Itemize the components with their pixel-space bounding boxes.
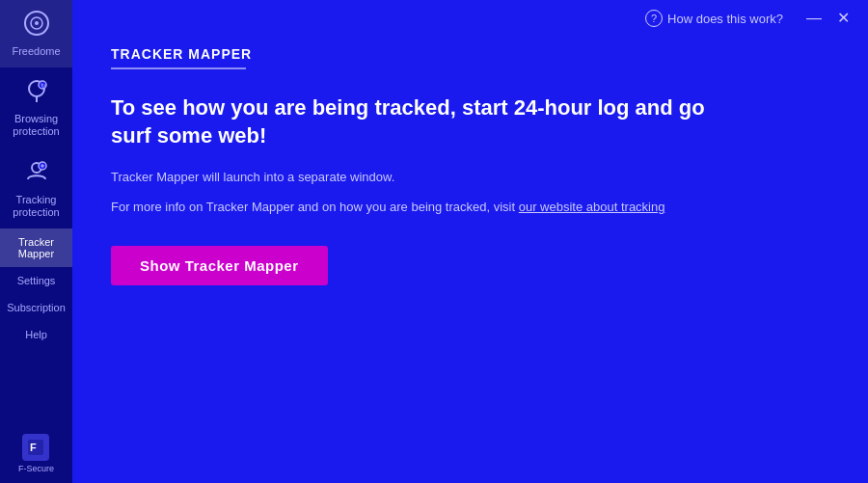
page-title: TRACKER MAPPER xyxy=(111,46,829,62)
show-tracker-mapper-button[interactable]: Show Tracker Mapper xyxy=(111,246,328,285)
close-button[interactable]: ✕ xyxy=(833,11,854,26)
fsecure-logo: F F-Secure xyxy=(18,434,54,473)
sidebar-item-help-label: Help xyxy=(25,329,47,340)
sidebar-item-settings-label: Settings xyxy=(17,275,56,286)
sidebar-item-browsing-label: Browsing protection xyxy=(5,113,68,138)
svg-text:↻: ↻ xyxy=(40,83,44,89)
title-underline xyxy=(111,67,246,69)
sidebar-item-freedome[interactable]: Freedome xyxy=(0,0,72,67)
top-bar: ? How does this work? — ✕ xyxy=(72,0,868,37)
sidebar-item-subscription-label: Subscription xyxy=(7,302,66,313)
sidebar-item-settings[interactable]: Settings xyxy=(0,267,72,294)
help-link[interactable]: ? How does this work? xyxy=(645,10,783,27)
sidebar-item-browsing-protection[interactable]: ↻ Browsing protection xyxy=(0,67,72,148)
main-content: ? How does this work? — ✕ TRACKER MAPPER… xyxy=(72,0,868,483)
sidebar-item-tracker-mapper[interactable]: Tracker Mapper xyxy=(0,228,72,267)
main-heading: To see how you are being tracked, start … xyxy=(111,94,709,150)
svg-text:F: F xyxy=(30,442,37,453)
help-link-text: How does this work? xyxy=(667,12,783,26)
fsecure-logo-label: F-Secure xyxy=(18,464,54,473)
fsecure-logo-icon: F xyxy=(22,434,49,461)
tracking-website-link[interactable]: our website about tracking xyxy=(519,200,665,214)
sidebar-item-tracker-mapper-label: Tracker Mapper xyxy=(5,236,68,259)
content-area: TRACKER MAPPER To see how you are being … xyxy=(72,37,868,483)
sidebar-item-freedome-label: Freedome xyxy=(12,45,60,58)
freedome-icon xyxy=(23,10,50,41)
minimize-button[interactable]: — xyxy=(802,11,826,26)
sidebar-item-tracking-label: Tracking protection xyxy=(5,194,68,219)
svg-point-2 xyxy=(35,21,39,25)
description-text: Tracker Mapper will launch into a separa… xyxy=(111,168,829,187)
sidebar-bottom: F F-Secure xyxy=(0,434,72,483)
sidebar: Freedome ↻ Browsing protection Trac xyxy=(0,0,72,483)
link-intro: For more info on Tracker Mapper and on h… xyxy=(111,200,519,214)
window-controls: — ✕ xyxy=(802,11,854,26)
sidebar-item-subscription[interactable]: Subscription xyxy=(0,294,72,321)
sidebar-item-help[interactable]: Help xyxy=(0,321,72,348)
help-circle-icon: ? xyxy=(645,10,663,27)
sidebar-item-tracking-protection[interactable]: Tracking protection xyxy=(0,148,72,228)
browsing-protection-icon: ↻ xyxy=(23,77,50,109)
link-text-container: For more info on Tracker Mapper and on h… xyxy=(111,198,829,217)
tracking-protection-icon xyxy=(23,158,50,190)
